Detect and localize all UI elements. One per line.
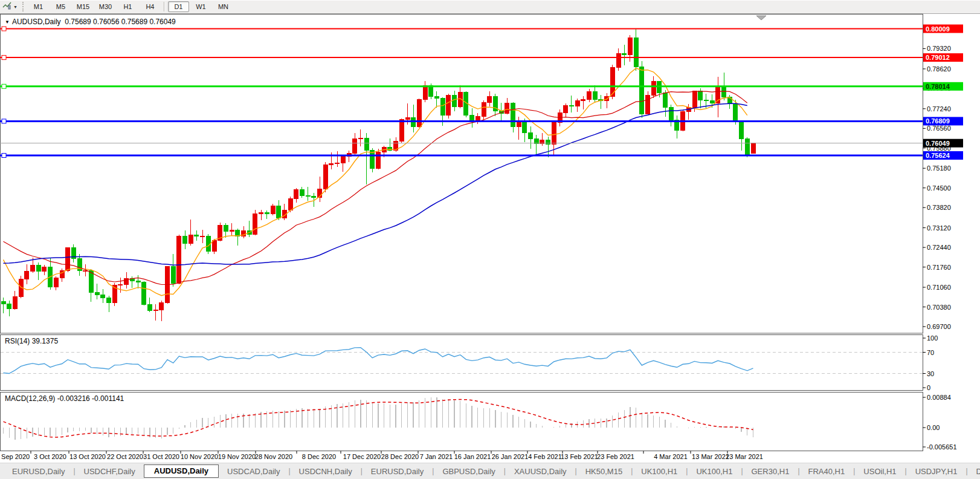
tab-usoil-h1[interactable]: USOil,H1 [855,465,904,478]
tab-eurusd-daily[interactable]: EURUSD,Daily [363,465,432,478]
svg-text:13 Mar 2021: 13 Mar 2021 [692,453,729,460]
svg-text:0.74500: 0.74500 [927,184,951,192]
svg-text:0.71760: 0.71760 [927,264,951,271]
svg-text:0.79012: 0.79012 [926,54,950,61]
chart-cursor-icon [2,1,12,13]
svg-text:0.00884: 0.00884 [927,394,951,401]
svg-text:17 Dec 2020: 17 Dec 2020 [343,453,381,460]
tab-hk50-m15[interactable]: HK50,M15 [577,465,631,478]
timeframe-button-M5[interactable]: M5 [50,1,71,12]
tab-gbpusd-daily[interactable]: GBPUSD,Daily [434,465,503,478]
svg-text:0.70380: 0.70380 [927,304,951,311]
timeframe-button-H4[interactable]: H4 [140,1,161,12]
tab-usdchf-daily[interactable]: USDCHF,Daily [76,465,144,478]
svg-text:26 Jan 2021: 26 Jan 2021 [492,453,529,460]
svg-text:0.80009: 0.80009 [926,25,950,33]
timeframe-toolbar: M1M5M15M30H1H4D1W1MN [27,0,234,13]
svg-text:8 Dec 2020: 8 Dec 2020 [302,453,336,460]
time-axis[interactable]: 24 Sep 20203 Oct 202013 Oct 202022 Oct 2… [0,451,763,461]
svg-text:0.76560: 0.76560 [927,125,951,132]
chevron-down-icon: ▼ [13,5,18,9]
tab-dj30-weekly[interactable]: DJ30,Weekly [968,465,980,478]
svg-text:0.72440: 0.72440 [927,244,951,251]
svg-text:0.78014: 0.78014 [926,83,950,90]
svg-text:23 Mar 2021: 23 Mar 2021 [726,453,763,460]
timeframe-button-W1[interactable]: W1 [190,1,211,12]
svg-text:24 Sep 2020: 24 Sep 2020 [0,453,30,460]
svg-text:10 Nov 2020: 10 Nov 2020 [181,453,218,460]
svg-text:7 Jan 2021: 7 Jan 2021 [420,453,453,460]
chart-tabs: EURUSD,Daily|USDCHF,DailyAUDUSD,DailyUSD… [4,464,980,478]
chart-area: 0.793200.786200.779400.772400.765600.758… [0,14,980,463]
mt4-window: ▼ M1M5M15M30H1H4D1W1MN 0.793200.786200.7… [0,0,980,479]
svg-text:0.78620: 0.78620 [927,65,951,73]
svg-text:4 Mar 2021: 4 Mar 2021 [654,453,688,460]
tab-usdjpy-h1[interactable]: USDJPY,H1 [907,465,966,478]
svg-text:100: 100 [927,334,938,342]
symbol-ohlc: 0.75689 0.76056 0.75689 0.76049 [65,18,176,26]
svg-text:13 Feb 2021: 13 Feb 2021 [561,453,598,460]
svg-text:31 Oct 2020: 31 Oct 2020 [143,453,179,460]
svg-text:0.79320: 0.79320 [927,45,951,52]
tab-fra40-h1[interactable]: FRA40,H1 [800,465,854,478]
macd-label: MACD(12,26,9) -0.003216 -0.001141 [5,394,124,403]
svg-text:0.77240: 0.77240 [927,105,951,112]
tab-uk100-h1[interactable]: UK100,H1 [688,465,741,478]
timeframe-button-D1[interactable]: D1 [168,1,189,12]
timeframe-button-H1[interactable]: H1 [117,1,138,12]
chart-toolbar: ▼ M1M5M15M30H1H4D1W1MN [0,0,980,14]
svg-text:0.73820: 0.73820 [927,204,951,211]
svg-text:-0.005651: -0.005651 [927,443,957,451]
toolbar-separator [164,2,165,11]
svg-text:0.00: 0.00 [927,424,940,431]
timeframe-button-M1[interactable]: M1 [28,1,49,12]
chart-tool-button[interactable]: ▼ [0,1,21,12]
svg-text:70: 70 [927,349,934,356]
svg-text:3 Oct 2020: 3 Oct 2020 [34,453,66,460]
symbol-name: AUDUSD,Daily [12,18,61,26]
rsi-label: RSI(14) 39.1375 [5,337,58,345]
svg-text:19 Nov 2020: 19 Nov 2020 [218,453,256,460]
svg-text:0: 0 [927,384,930,391]
tab-ger30-h1[interactable]: GER30,H1 [743,465,798,478]
svg-text:0.75624: 0.75624 [926,152,950,159]
symbol-caret-icon[interactable]: ▼ [5,19,10,25]
svg-text:22 Oct 2020: 22 Oct 2020 [107,453,143,460]
svg-text:16 Jan 2021: 16 Jan 2021 [454,453,491,460]
svg-text:0.69700: 0.69700 [927,323,951,330]
chart-tabs-bar: EURUSD,Daily|USDCHF,DailyAUDUSD,DailyUSD… [0,463,980,479]
svg-text:28 Dec 2020: 28 Dec 2020 [381,453,419,460]
svg-text:30: 30 [927,370,934,377]
svg-text:0.75180: 0.75180 [927,165,951,172]
tab-audusd-daily[interactable]: AUDUSD,Daily [144,464,219,478]
tab-usdcad-daily[interactable]: USDCAD,Daily [219,465,288,478]
tab-usdcnh-daily[interactable]: USDCNH,Daily [291,465,361,478]
svg-text:0.71060: 0.71060 [927,284,951,291]
tab-eurusd-daily[interactable]: EURUSD,Daily [4,465,73,478]
symbol-title: ▼AUDUSD,Daily 0.75689 0.76056 0.75689 0.… [5,18,176,26]
timeframe-button-M15[interactable]: M15 [73,1,94,12]
toolbar-grip[interactable] [22,2,24,11]
svg-text:13 Oct 2020: 13 Oct 2020 [69,453,106,460]
tab-uk100-h1[interactable]: UK100,H1 [633,465,686,478]
svg-text:28 Nov 2020: 28 Nov 2020 [255,453,292,460]
tab-xauusd-daily[interactable]: XAUUSD,Daily [506,465,575,478]
svg-text:4 Feb 2021: 4 Feb 2021 [528,453,562,460]
timeframe-button-MN[interactable]: MN [213,1,234,12]
chart-canvas[interactable]: 0.793200.786200.779400.772400.765600.758… [0,14,980,463]
svg-text:23 Feb 2021: 23 Feb 2021 [597,453,634,460]
svg-text:0.73120: 0.73120 [927,224,951,232]
svg-text:0.76809: 0.76809 [926,117,950,125]
svg-text:0.76049: 0.76049 [926,140,950,147]
timeframe-button-M30[interactable]: M30 [95,1,116,12]
